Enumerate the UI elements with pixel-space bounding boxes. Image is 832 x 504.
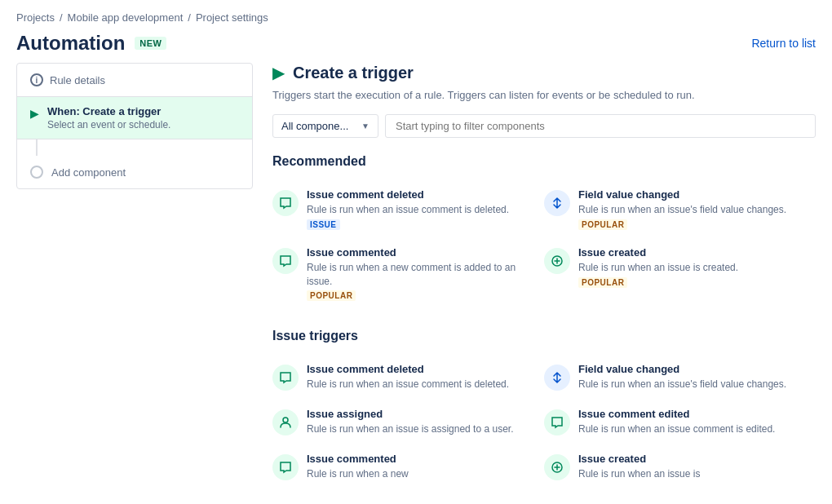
plus-icon — [551, 254, 564, 267]
add-component-label: Add component — [51, 166, 126, 179]
trigger-item-title: Issue assigned — [307, 408, 513, 420]
field-icon — [551, 197, 564, 210]
trigger-item-issue-commented-it[interactable]: Issue commented Rule is run when a new — [272, 444, 544, 485]
trigger-item-desc: Rule is run when a new — [307, 467, 409, 481]
field-icon-wrap — [544, 365, 570, 391]
trigger-item-field-value-changed-rec[interactable]: Field value changed Rule is run when an … — [544, 180, 816, 238]
content-play-icon: ▶ — [272, 63, 285, 82]
issue-triggers-section-title: Issue triggers — [272, 329, 816, 343]
trigger-item-title: Issue created — [578, 453, 700, 465]
breadcrumb-current: Project settings — [196, 11, 268, 24]
trigger-item-desc: Rule is run when an issue is created. — [578, 261, 738, 275]
trigger-item-issue-assigned-it[interactable]: Issue assigned Rule is run when an issue… — [272, 400, 544, 444]
comment-icon — [551, 416, 564, 429]
trigger-item-title: Issue created — [578, 246, 738, 259]
page-title: Automation — [16, 32, 125, 55]
trigger-item-issue-created-it[interactable]: Issue created Rule is run when an issue … — [544, 444, 816, 485]
trigger-item-desc: Rule is run when an issue's field value … — [578, 378, 786, 391]
trigger-title: When: Create a trigger — [47, 105, 170, 117]
field-icon-wrap — [544, 190, 570, 216]
user-icon — [279, 416, 292, 429]
trigger-item-title: Issue comment deleted — [307, 188, 509, 201]
plus-icon — [551, 461, 564, 474]
trigger-item-title: Issue comment deleted — [307, 363, 509, 375]
trigger-item-title: Field value changed — [578, 188, 786, 201]
trigger-item-desc: Rule is run when an issue is — [578, 467, 700, 481]
comment-icon — [279, 197, 292, 210]
return-to-list-link[interactable]: Return to list — [751, 37, 816, 50]
add-circle-icon — [30, 166, 43, 179]
rule-details-label: Rule details — [50, 74, 105, 86]
issue-badge: ISSUE — [307, 219, 340, 230]
plus-icon-wrap — [544, 454, 570, 480]
main-content: ▶ Create a trigger Triggers start the ex… — [253, 63, 816, 485]
comment-icon-wrap — [272, 365, 299, 391]
trigger-item-desc: Rule is run when an issue's field value … — [578, 203, 786, 217]
sidebar-trigger-item[interactable]: ▶ When: Create a trigger Select an event… — [17, 97, 252, 139]
recommended-section-title: Recommended — [272, 154, 816, 169]
issue-triggers-grid: Issue comment deleted Rule is run when a… — [272, 355, 816, 485]
trigger-item-issue-comment-deleted-it[interactable]: Issue comment deleted Rule is run when a… — [272, 355, 544, 400]
trigger-item-desc: Rule is run when an issue is assigned to… — [307, 422, 513, 436]
trigger-item-desc: Rule is run when an issue comment is del… — [307, 203, 509, 217]
trigger-item-issue-created-rec[interactable]: Issue created Rule is run when an issue … — [544, 238, 816, 310]
plus-icon-wrap — [544, 248, 570, 274]
trigger-item-title: Field value changed — [578, 363, 786, 375]
content-description: Triggers start the execution of a rule. … — [272, 89, 816, 101]
trigger-item-field-value-changed-it[interactable]: Field value changed Rule is run when an … — [544, 355, 816, 400]
comment-icon — [279, 254, 292, 267]
breadcrumb-projects[interactable]: Projects — [16, 11, 55, 24]
popular-badge: POPULAR — [307, 290, 356, 301]
trigger-item-desc: Rule is run when an issue comment is del… — [307, 378, 509, 391]
sidebar-rule-details[interactable]: i Rule details — [17, 64, 252, 97]
comment-icon — [279, 371, 292, 384]
trigger-item-issue-comment-edited-it[interactable]: Issue comment edited Rule is run when an… — [544, 400, 816, 444]
recommended-section: Recommended Issue comment deleted Rule i… — [272, 154, 816, 309]
sidebar: i Rule details ▶ When: Create a trigger … — [16, 63, 253, 189]
trigger-item-issue-comment-deleted-rec[interactable]: Issue comment deleted Rule is run when a… — [272, 180, 544, 238]
popular-badge: POPULAR — [578, 219, 627, 230]
filter-input[interactable] — [385, 114, 816, 138]
filter-bar: All compone... ▼ — [272, 114, 816, 138]
popular-badge: POPULAR — [578, 277, 627, 288]
trigger-item-issue-commented-rec[interactable]: Issue commented Rule is run when a new c… — [272, 238, 544, 310]
page-header: Automation NEW Return to list — [0, 32, 832, 63]
trigger-subtitle: Select an event or schedule. — [47, 119, 170, 130]
trigger-item-title: Issue comment edited — [578, 408, 775, 420]
sidebar-connector-line — [36, 139, 38, 156]
svg-point-1 — [283, 418, 288, 422]
comment-icon-wrap — [272, 454, 299, 480]
breadcrumb-project[interactable]: Mobile app development — [68, 11, 184, 24]
play-icon: ▶ — [30, 107, 39, 120]
trigger-item-desc: Rule is run when an issue comment is edi… — [578, 422, 775, 436]
comment-icon-wrap — [272, 248, 299, 274]
breadcrumb: Projects / Mobile app development / Proj… — [0, 0, 832, 32]
field-icon — [551, 371, 564, 384]
content-title: Create a trigger — [293, 64, 414, 82]
comment-icon-wrap — [544, 409, 570, 435]
chevron-down-icon: ▼ — [361, 122, 370, 130]
main-layout: i Rule details ▶ When: Create a trigger … — [0, 63, 832, 485]
new-badge: NEW — [135, 37, 166, 50]
filter-dropdown-label: All compone... — [281, 120, 348, 132]
comment-icon-wrap — [272, 190, 299, 216]
trigger-item-title: Issue commented — [307, 246, 531, 259]
user-icon-wrap — [272, 409, 299, 435]
issue-triggers-section: Issue triggers Issue comment deleted Rul… — [272, 329, 816, 485]
sidebar-add-component[interactable]: Add component — [17, 156, 252, 188]
trigger-item-desc: Rule is run when a new comment is added … — [307, 261, 531, 289]
recommended-triggers-grid: Issue comment deleted Rule is run when a… — [272, 180, 816, 309]
trigger-item-title: Issue commented — [307, 453, 409, 465]
info-icon: i — [30, 73, 43, 86]
comment-icon — [279, 461, 292, 474]
component-filter-dropdown[interactable]: All compone... ▼ — [272, 114, 378, 138]
